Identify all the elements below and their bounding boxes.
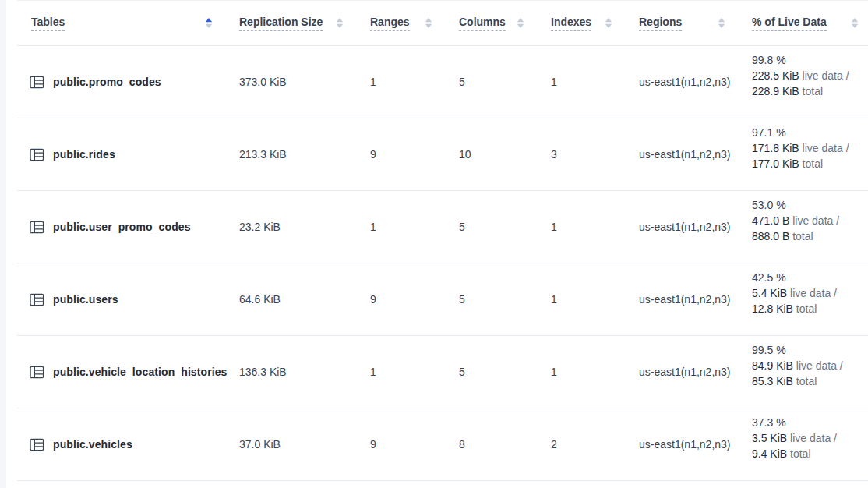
ranges-cell: 1 [370, 221, 459, 233]
live-size-line: 228.5 KiB live data / [752, 68, 868, 83]
tables-header-label: Tables [31, 16, 65, 31]
replication-size-cell: 37.0 KiB [239, 438, 370, 451]
live-size: 84.9 KiB [752, 359, 793, 372]
ranges-cell: 9 [370, 438, 459, 451]
indexes-cell: 2 [551, 438, 639, 451]
indexes-cell: 1 [551, 366, 639, 378]
table-grid-icon [30, 221, 44, 234]
indexes-cell: 3 [551, 148, 639, 161]
columns-cell: 5 [459, 293, 551, 306]
columns-cell: 10 [459, 148, 551, 161]
indexes-cell: 1 [551, 293, 639, 306]
sort-arrows-icon [517, 17, 524, 29]
live-percent: 53.0 % [752, 197, 868, 213]
sort-arrows-icon [605, 17, 612, 29]
table-name: public.rides [53, 148, 115, 161]
ranges-cell: 9 [370, 293, 459, 306]
ranges-cell: 1 [370, 366, 459, 378]
table-grid-icon [30, 438, 44, 451]
table-name: public.vehicle_location_histories [53, 366, 227, 378]
live-percent: 37.3 % [752, 415, 868, 430]
live-percent: 99.8 % [752, 52, 868, 68]
total-size-line: 9.4 KiB total [752, 446, 868, 461]
live-data-cell: 37.3 % 3.5 KiB live data / 9.4 KiB total [752, 415, 868, 461]
page-left-gutter [0, 0, 6, 488]
live-data-cell: 53.0 % 471.0 B live data / 888.0 B total [752, 197, 868, 244]
live-data-header-cell[interactable]: % of Live Data [752, 1, 868, 45]
table-row: public.promo_codes 373.0 KiB 1 5 1 us-ea… [17, 46, 868, 118]
sort-arrows-icon [851, 17, 859, 29]
table-grid-icon [30, 366, 44, 379]
columns-cell: 5 [459, 76, 551, 88]
replication-size-cell: 213.3 KiB [239, 148, 370, 161]
live-data-suffix: live data / [792, 214, 839, 227]
total-size: 85.3 KiB [752, 375, 793, 387]
table-name-link[interactable]: public.user_promo_codes [17, 221, 239, 234]
replication-size-cell: 23.2 KiB [239, 221, 370, 233]
replication-size-header-cell[interactable]: Replication Size [239, 1, 370, 45]
table-name: public.promo_codes [53, 76, 161, 88]
live-data-cell: 42.5 % 5.4 KiB live data / 12.8 KiB tota… [752, 270, 868, 316]
replication-size-cell: 373.0 KiB [239, 76, 370, 88]
table-row: public.users 64.6 KiB 9 5 1 us-east1(n1,… [17, 263, 868, 336]
total-size: 177.0 KiB [752, 157, 799, 170]
regions-cell: us-east1(n1,n2,n3) [639, 293, 752, 306]
indexes-header-label: Indexes [551, 16, 591, 31]
sort-arrows-icon [425, 17, 432, 29]
table-name-link[interactable]: public.users [17, 293, 239, 306]
total-suffix: total [796, 302, 817, 315]
total-size: 9.4 KiB [752, 447, 787, 460]
live-data-cell: 99.8 % 228.5 KiB live data / 228.9 KiB t… [752, 52, 868, 99]
table-name-link[interactable]: public.vehicle_location_histories [17, 366, 239, 379]
total-size-line: 228.9 KiB total [752, 83, 868, 99]
columns-header-label: Columns [459, 16, 506, 31]
total-suffix: total [792, 230, 813, 242]
table-grid-icon [30, 148, 44, 161]
total-suffix: total [803, 157, 823, 170]
total-size: 228.9 KiB [752, 85, 799, 97]
regions-cell: us-east1(n1,n2,n3) [639, 148, 752, 161]
total-suffix: total [796, 375, 817, 387]
indexes-header-cell[interactable]: Indexes [551, 1, 639, 45]
live-percent: 99.5 % [752, 342, 868, 358]
tables-list: Tables Replication Size Ranges Columns I… [17, 0, 868, 481]
total-suffix: total [803, 85, 823, 97]
table-name-link[interactable]: public.rides [17, 148, 239, 161]
columns-cell: 8 [459, 438, 551, 451]
live-size-line: 3.5 KiB live data / [752, 430, 868, 446]
table-body: public.promo_codes 373.0 KiB 1 5 1 us-ea… [17, 46, 868, 481]
tables-header-cell[interactable]: Tables [17, 1, 239, 45]
ranges-cell: 1 [370, 76, 459, 88]
replication-size-header-label: Replication Size [239, 16, 323, 31]
sort-arrows-icon [336, 17, 344, 29]
total-size-line: 888.0 B total [752, 228, 868, 244]
ranges-header-label: Ranges [370, 16, 410, 31]
indexes-cell: 1 [551, 221, 639, 233]
replication-size-cell: 64.6 KiB [239, 293, 370, 306]
regions-cell: us-east1(n1,n2,n3) [639, 366, 752, 378]
live-data-suffix: live data / [803, 69, 849, 82]
table-name-link[interactable]: public.vehicles [17, 438, 239, 451]
total-size-line: 177.0 KiB total [752, 156, 868, 172]
total-size-line: 85.3 KiB total [752, 373, 868, 389]
table-name: public.users [53, 293, 118, 306]
regions-cell: us-east1(n1,n2,n3) [639, 76, 752, 88]
live-size-line: 5.4 KiB live data / [752, 285, 868, 301]
total-size: 888.0 B [752, 230, 789, 242]
ranges-header-cell[interactable]: Ranges [370, 1, 459, 45]
indexes-cell: 1 [551, 76, 639, 88]
table-name-link[interactable]: public.promo_codes [17, 76, 239, 89]
live-percent: 97.1 % [752, 125, 868, 140]
live-data-header-label: % of Live Data [752, 16, 827, 31]
live-data-suffix: live data / [790, 287, 837, 299]
table-grid-icon [30, 76, 44, 89]
ranges-cell: 9 [370, 148, 459, 161]
live-size-line: 84.9 KiB live data / [752, 358, 868, 373]
table-row: public.user_promo_codes 23.2 KiB 1 5 1 u… [17, 191, 868, 263]
columns-cell: 5 [459, 221, 551, 233]
live-size: 471.0 B [752, 214, 789, 227]
regions-cell: us-east1(n1,n2,n3) [639, 438, 752, 451]
table-name: public.vehicles [53, 438, 132, 451]
regions-header-cell[interactable]: Regions [639, 1, 752, 45]
columns-header-cell[interactable]: Columns [459, 1, 551, 45]
